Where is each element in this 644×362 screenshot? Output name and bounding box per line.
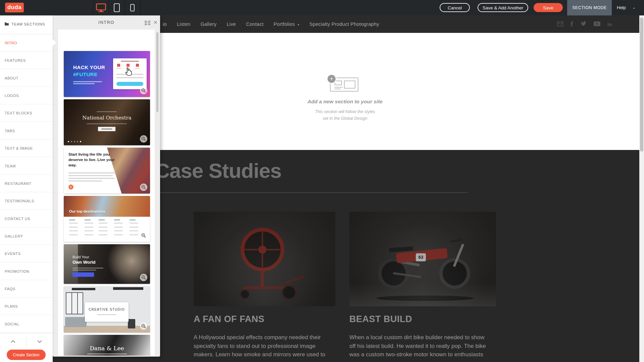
tablet-view-button[interactable] — [109, 0, 125, 15]
thumb-heading: Build Your — [72, 255, 89, 259]
sidebar-item-gallery[interactable]: GALLERY — [0, 227, 53, 245]
sidebar-item-plans[interactable]: PLANS — [0, 298, 53, 315]
table-header-bar — [99, 219, 105, 220]
sections-sidebar: TEAM SECTIONS INTRO FEATURES ABOUT LOGOS… — [0, 15, 53, 362]
thumb-title: Start living the life you deserve to liv… — [68, 152, 119, 168]
nav-item-clipped[interactable]: io — [163, 21, 167, 27]
create-section-button[interactable]: Create Section — [7, 350, 46, 360]
facebook-icon[interactable]: f — [571, 21, 573, 27]
text-placeholder — [121, 61, 139, 62]
sidebar-item-text-blocks[interactable]: TEXT BLOCKS — [0, 104, 53, 122]
email-icon[interactable] — [557, 21, 563, 27]
thumb-heading: Own World — [72, 260, 95, 265]
active-item-notch — [53, 39, 56, 46]
wireframe-line — [335, 87, 343, 88]
nav-item-contact[interactable]: Contact — [246, 21, 263, 27]
sidebar-item-intro[interactable]: INTRO — [0, 34, 53, 52]
sidebar-item-social[interactable]: SOCIAL — [0, 315, 53, 333]
button-placeholder — [98, 127, 115, 131]
table-column-bars — [99, 223, 107, 238]
thumbnail-list: HACK YOUR #FUTURE — [58, 30, 155, 356]
chevron-down-icon[interactable]: ⌄ — [632, 0, 636, 15]
youtube-icon[interactable] — [594, 21, 600, 27]
text-placeholder — [68, 172, 115, 173]
ceiling-beam — [113, 287, 143, 290]
zoom-preview-icon[interactable] — [140, 135, 147, 143]
wireframe-rect — [344, 81, 355, 89]
table-header-bar — [85, 219, 91, 220]
zoom-preview-icon[interactable] — [140, 87, 147, 94]
ceiling-beam — [72, 288, 95, 290]
carousel-dot — [68, 141, 69, 142]
grid-view-icon[interactable] — [145, 20, 150, 27]
countdown-label — [135, 68, 140, 69]
panel-scrollbar-thumb[interactable] — [156, 32, 158, 112]
zoom-preview-icon[interactable] — [140, 322, 147, 330]
wireframe-line — [335, 89, 341, 89]
text-placeholder — [73, 83, 95, 84]
close-icon[interactable]: ✕ — [153, 19, 158, 25]
nav-item-listen[interactable]: Listen — [177, 21, 191, 27]
save-add-another-button[interactable]: Save & Add Another — [478, 3, 528, 12]
sidebar-item-text-image[interactable]: TEXT & IMAGE — [0, 140, 53, 157]
section-thumbnail-start-living[interactable]: Start living the life you deserve to liv… — [64, 148, 150, 194]
sidebar-item-contact-us[interactable]: CONTACT US — [0, 210, 53, 227]
carousel-dot — [77, 141, 78, 142]
nav-item-live[interactable]: Live — [227, 21, 236, 27]
sidebar-item-restaurant[interactable]: RESTAURANT — [0, 175, 53, 192]
loft-window — [66, 292, 83, 314]
loft-chair — [128, 319, 135, 328]
studio-card: CREATIVE STUDIO — [85, 302, 129, 322]
scroll-down-button[interactable] — [27, 333, 53, 349]
sidebar-item-logos[interactable]: LOGOS — [0, 87, 53, 104]
duda-logo: duda — [5, 3, 24, 12]
save-button[interactable]: Save — [534, 3, 563, 12]
zoom-preview-icon[interactable] — [140, 274, 147, 281]
section-thumbnail-creative-studio[interactable]: CREATIVE STUDIO — [64, 286, 150, 332]
sidebar-header: TEAM SECTIONS — [0, 15, 53, 34]
text-placeholder — [101, 128, 112, 130]
table-header-bar — [114, 219, 120, 220]
zoom-preview-icon[interactable] — [140, 232, 147, 239]
section-thumbnail-build-your-own-world[interactable]: Build Your Own World — [64, 244, 150, 284]
case-study-body: A Hollywood special effects company need… — [194, 333, 333, 359]
sidebar-item-faqs[interactable]: FAQS — [0, 280, 53, 298]
mobile-view-button[interactable] — [125, 0, 140, 15]
scroll-up-button[interactable] — [0, 333, 26, 349]
desktop-view-button[interactable] — [93, 0, 109, 15]
heading-divider — [155, 192, 467, 193]
plus-icon: + — [327, 74, 337, 84]
sidebar-item-features[interactable]: FEATURES — [0, 52, 53, 69]
section-thumbnail-national-orchestra[interactable]: National Orchestra — [64, 99, 150, 145]
sidebar-item-testimonials[interactable]: TESTIMONIALS — [0, 192, 53, 210]
table-column-bars — [85, 223, 93, 238]
nav-item-specialty[interactable]: Specialty Product Photography — [309, 21, 379, 27]
linkedin-icon[interactable]: in — [607, 22, 612, 27]
help-menu[interactable]: Help — [617, 0, 626, 15]
sidebar-item-tabs[interactable]: TABS — [0, 122, 53, 140]
text-placeholder — [72, 268, 103, 268]
nav-item-portfolios[interactable]: Portfolios▾ — [274, 21, 299, 27]
case-study-title: A FAN OF FANS — [194, 314, 264, 324]
window-scrollbar-track[interactable] — [639, 15, 644, 362]
section-thumbnail-top-destinations[interactable]: Our top destinations — [64, 196, 150, 242]
add-section-subtitle-line1: This section will follow the styles — [278, 109, 412, 114]
sidebar-item-about[interactable]: ABOUT — [0, 69, 53, 87]
nav-item-gallery[interactable]: Gallery — [200, 21, 216, 27]
thumb-title: Our top destinations — [69, 209, 105, 213]
section-thumbnail-dana-and-lee[interactable]: Dana & Lee ▾ — [64, 335, 150, 356]
app-window: io Listen Gallery Live Contact Portfolio… — [0, 0, 644, 362]
sidebar-item-promotion[interactable]: PROMOTION — [0, 263, 53, 280]
zoom-preview-icon[interactable] — [140, 184, 147, 191]
countdown-digit — [117, 64, 120, 67]
cancel-button[interactable]: Cancel — [440, 3, 470, 12]
text-placeholder — [87, 354, 127, 354]
sidebar-item-team[interactable]: TEAM — [0, 157, 53, 175]
section-mode-badge: SECTION MODE — [567, 0, 612, 15]
section-thumbnail-hack-your-future[interactable]: HACK YOUR #FUTURE — [64, 51, 150, 97]
sidebar-item-events[interactable]: EVENTS — [0, 245, 53, 262]
twitter-icon[interactable] — [580, 21, 587, 27]
countdown-label — [116, 68, 121, 69]
chevron-down-icon: ▾ — [298, 23, 299, 27]
window-scrollbar-thumb[interactable] — [640, 17, 643, 152]
